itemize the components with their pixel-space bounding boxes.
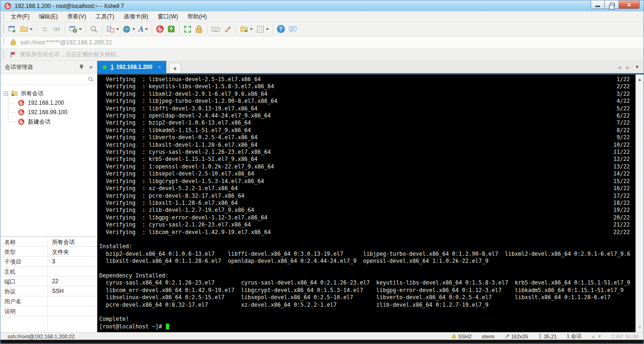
- menu-tabs[interactable]: 选项卡(B): [119, 11, 153, 22]
- transfer-icon: [41, 25, 49, 34]
- cursor-position-icon: [538, 334, 542, 339]
- terminal-line: cyrus-sasl.x86_64 0:2.1.26-23.el7 cyrus-…: [99, 279, 630, 286]
- terminal-line: libselinux-devel.x86_64 0:2.5-15.el7 lib…: [99, 294, 630, 301]
- tab-list-caret-icon[interactable]: ▼: [635, 65, 639, 69]
- font-button[interactable]: A: [137, 24, 149, 35]
- terminal-line: Verifying : libsepol-devel-2.5-10.el7.x8…: [99, 170, 630, 177]
- session-manager-header: 会话管理器 ×: [0, 61, 97, 74]
- window-controls: ×: [591, 0, 640, 9]
- pin-icon[interactable]: [79, 64, 84, 71]
- new-tab-button[interactable]: +: [169, 63, 181, 73]
- status-terminal-type: xterm: [481, 334, 495, 339]
- session-properties-icon: [69, 25, 77, 34]
- find-button[interactable]: [88, 24, 100, 35]
- chevron-down-icon: [145, 28, 148, 30]
- session-item[interactable]: 新建会话: [0, 117, 97, 126]
- scroll-up-icon[interactable]: ▲: [639, 76, 641, 83]
- status-lock-icon: [452, 334, 456, 339]
- link-icon: [52, 25, 61, 34]
- feedback-button[interactable]: [287, 24, 299, 35]
- menu-view[interactable]: 查看(V): [62, 11, 91, 22]
- status-cursor-position: 35,21: [538, 334, 557, 339]
- menu-tools[interactable]: 工具(T): [91, 11, 119, 22]
- toolbar-separator: [65, 25, 65, 34]
- proxy-button[interactable]: [121, 24, 137, 35]
- status-bar: ssh://root@192.168.1.200:22 SSH2 xterm 1…: [0, 332, 644, 340]
- open-session-button[interactable]: [18, 24, 34, 35]
- terminal-cursor: [166, 324, 169, 329]
- terminal-scrollbar[interactable]: ▲ ▼: [635, 75, 644, 332]
- scroll-bottom-icon[interactable]: ▼: [597, 334, 601, 339]
- menu-window[interactable]: 窗口(W): [153, 11, 183, 22]
- property-value[interactable]: 3: [48, 257, 97, 266]
- toolbar-separator: [86, 25, 86, 34]
- toolbar-separator: [102, 25, 103, 34]
- terminal-line: Installed:: [99, 243, 630, 250]
- property-value[interactable]: SSH: [48, 286, 97, 296]
- status-scroll-buttons: ▲ ▼: [591, 334, 601, 339]
- terminal[interactable]: Verifying : libselinux-devel-2.5-15.el7.…: [97, 75, 644, 332]
- grid-icon: [256, 25, 265, 34]
- property-label: 名称: [0, 237, 48, 246]
- close-button[interactable]: ×: [619, 0, 640, 9]
- virtual-keyboard-button[interactable]: [210, 24, 222, 35]
- tab-close-icon[interactable]: ×: [158, 64, 161, 70]
- help-button[interactable]: ?: [275, 24, 286, 35]
- menu-file[interactable]: 文件(F): [6, 11, 34, 22]
- status-protocol: SSH2: [452, 334, 472, 339]
- tab-scroll-right-icon[interactable]: ▶: [626, 65, 630, 70]
- new-session-icon: [8, 25, 17, 34]
- terminal-line: Verifying : zlib-devel-1.2.7-19.el7_9.x8…: [99, 207, 630, 214]
- scroll-down-icon[interactable]: ▼: [639, 324, 641, 331]
- new-link-button-disabled[interactable]: [51, 24, 62, 35]
- file-transfer-button-disabled[interactable]: [39, 24, 51, 35]
- xshell-button[interactable]: [155, 24, 165, 35]
- tab-session-1[interactable]: 1 192.168.1.200 ×: [97, 61, 166, 73]
- tab-scroll-left-icon[interactable]: ◀: [618, 65, 621, 70]
- minimize-button[interactable]: [591, 0, 605, 9]
- property-value[interactable]: [48, 296, 97, 306]
- terminal-line: Verifying : bzip2-devel-1.0.6-13.el7.x86…: [99, 119, 630, 126]
- terminal-line: pcre-devel.x86_64 0:8.32-17.el7 xz-devel…: [99, 302, 630, 309]
- tile-windows-button[interactable]: [255, 24, 270, 35]
- pen-icon: [223, 25, 232, 34]
- connected-status-icon: [103, 65, 107, 69]
- window-title: 192.168.1.200 - root@localhost:~ - Xshel…: [15, 3, 124, 9]
- scroll-top-icon[interactable]: ▲: [591, 334, 595, 339]
- property-label: 协议: [0, 286, 48, 296]
- property-row: 主机: [0, 267, 97, 277]
- terminal-line: Verifying : libxslt-1.1.28-6.el7.x86_641…: [99, 200, 630, 207]
- menu-edit[interactable]: 编辑(E): [34, 11, 62, 22]
- tree-expander-icon[interactable]: −: [4, 92, 8, 96]
- chevron-down-icon: [30, 28, 33, 30]
- lock-screen-button[interactable]: [194, 24, 205, 35]
- terminal-line: Verifying : cyrus-sasl-2.1.26-23.el7.x86…: [99, 221, 630, 228]
- property-value[interactable]: [48, 306, 97, 316]
- chevron-down-icon: [116, 28, 119, 30]
- property-value[interactable]: 所有会话: [48, 237, 97, 246]
- screen-layout-button[interactable]: [105, 24, 120, 35]
- session-search-input[interactable]: [4, 76, 88, 83]
- address-bar[interactable]: ssh://root:******@192.168.1.200:22: [0, 36, 644, 49]
- property-row: 子项目3: [0, 257, 97, 267]
- property-value[interactable]: [48, 267, 97, 276]
- new-session-button[interactable]: [7, 24, 18, 35]
- restore-button[interactable]: [605, 0, 619, 9]
- address-url[interactable]: ssh://root:******@192.168.1.200:22: [20, 39, 112, 46]
- highlight-button[interactable]: [222, 24, 233, 35]
- titlebar: 192.168.1.200 - root@localhost:~ - Xshel…: [0, 0, 644, 11]
- xftp-button[interactable]: [166, 24, 177, 35]
- close-panel-icon[interactable]: ×: [89, 65, 93, 70]
- session-tree: − 所有会话 192.168.1.200192.168.99.100新建会话: [0, 85, 97, 236]
- terminal-line: Verifying : libxslt-devel-1.1.28-6.el7.x…: [99, 142, 630, 149]
- toolbar-grip: [3, 13, 4, 20]
- full-screen-button[interactable]: [182, 24, 193, 35]
- property-value[interactable]: 文件夹: [48, 247, 97, 256]
- new-folder-button[interactable]: [239, 24, 254, 35]
- menu-help[interactable]: 帮助(H): [183, 11, 212, 22]
- session-properties-button[interactable]: [68, 24, 83, 35]
- toolbar-separator: [152, 25, 152, 34]
- property-value[interactable]: 22: [48, 277, 97, 286]
- xshell-window: 192.168.1.200 - root@localhost:~ - Xshel…: [0, 0, 644, 344]
- layout-icon: [106, 25, 115, 34]
